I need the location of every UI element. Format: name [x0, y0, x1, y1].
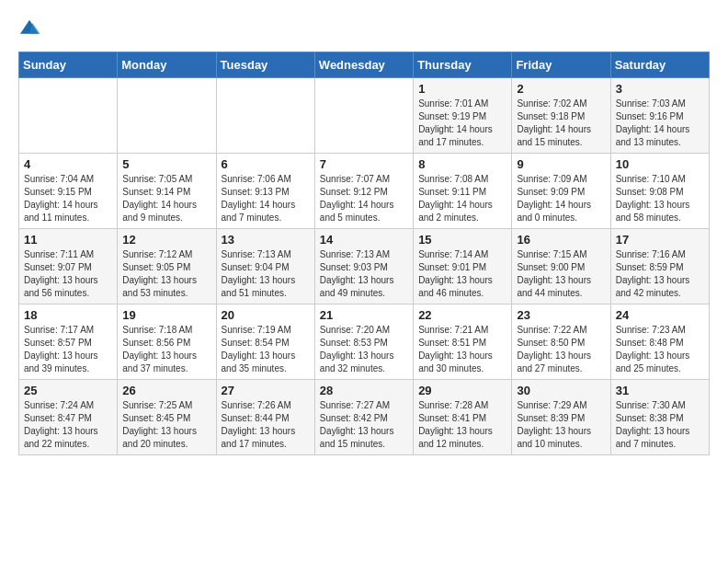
calendar-cell: 29 Sunrise: 7:28 AM Sunset: 8:41 PM Dayl… [414, 380, 512, 455]
day-number: 30 [517, 384, 605, 397]
day-number: 14 [320, 233, 408, 247]
day-info: Sunrise: 7:15 AM Sunset: 9:00 PM Dayligh… [517, 248, 605, 300]
day-info: Sunrise: 7:21 AM Sunset: 8:51 PM Dayligh… [418, 324, 506, 375]
day-info: Sunrise: 7:27 AM Sunset: 8:42 PM Dayligh… [320, 399, 408, 451]
calendar-cell: 7 Sunrise: 7:07 AM Sunset: 9:12 PM Dayli… [314, 154, 413, 229]
logo [18, 18, 44, 37]
calendar-cell: 26 Sunrise: 7:25 AM Sunset: 8:45 PM Dayl… [118, 380, 216, 455]
calendar-cell: 18 Sunrise: 7:17 AM Sunset: 8:57 PM Dayl… [19, 304, 118, 380]
day-info: Sunrise: 7:14 AM Sunset: 9:01 PM Dayligh… [418, 248, 506, 300]
day-info: Sunrise: 7:10 AM Sunset: 9:08 PM Dayligh… [616, 173, 704, 224]
day-number: 16 [517, 233, 605, 247]
day-info: Sunrise: 7:02 AM Sunset: 9:18 PM Dayligh… [517, 98, 605, 149]
day-info: Sunrise: 7:20 AM Sunset: 8:53 PM Dayligh… [320, 324, 408, 375]
day-number: 26 [122, 384, 210, 397]
day-info: Sunrise: 7:29 AM Sunset: 8:39 PM Dayligh… [517, 399, 605, 451]
day-info: Sunrise: 7:06 AM Sunset: 9:13 PM Dayligh… [222, 173, 310, 224]
day-number: 25 [24, 384, 112, 397]
logo-icon [18, 18, 40, 37]
day-info: Sunrise: 7:30 AM Sunset: 8:38 PM Dayligh… [616, 399, 704, 451]
calendar-cell: 30 Sunrise: 7:29 AM Sunset: 8:39 PM Dayl… [512, 380, 610, 455]
day-info: Sunrise: 7:25 AM Sunset: 8:45 PM Dayligh… [122, 399, 210, 451]
day-number: 9 [517, 157, 605, 171]
day-number: 7 [320, 157, 408, 171]
weekday-header-tuesday: Tuesday [216, 52, 314, 78]
day-info: Sunrise: 7:23 AM Sunset: 8:48 PM Dayligh… [616, 324, 704, 375]
day-info: Sunrise: 7:01 AM Sunset: 9:19 PM Dayligh… [418, 98, 506, 149]
page-header [18, 18, 710, 37]
day-info: Sunrise: 7:03 AM Sunset: 9:16 PM Dayligh… [616, 98, 704, 149]
calendar-cell: 10 Sunrise: 7:10 AM Sunset: 9:08 PM Dayl… [610, 154, 709, 229]
calendar-cell: 17 Sunrise: 7:16 AM Sunset: 8:59 PM Dayl… [610, 229, 709, 304]
calendar-cell [314, 78, 413, 154]
day-number: 5 [122, 157, 210, 171]
day-info: Sunrise: 7:22 AM Sunset: 8:50 PM Dayligh… [517, 324, 605, 375]
day-number: 19 [122, 308, 210, 322]
weekday-header-monday: Monday [118, 52, 216, 78]
calendar-cell: 21 Sunrise: 7:20 AM Sunset: 8:53 PM Dayl… [314, 304, 413, 380]
day-info: Sunrise: 7:16 AM Sunset: 8:59 PM Dayligh… [616, 248, 704, 300]
calendar-cell: 24 Sunrise: 7:23 AM Sunset: 8:48 PM Dayl… [610, 304, 709, 380]
day-number: 23 [517, 308, 605, 322]
weekday-header-wednesday: Wednesday [314, 52, 413, 78]
day-number: 15 [418, 233, 506, 247]
calendar-cell: 16 Sunrise: 7:15 AM Sunset: 9:00 PM Dayl… [512, 229, 610, 304]
day-info: Sunrise: 7:07 AM Sunset: 9:12 PM Dayligh… [320, 173, 408, 224]
calendar-cell: 8 Sunrise: 7:08 AM Sunset: 9:11 PM Dayli… [414, 154, 512, 229]
day-number: 3 [616, 82, 704, 96]
day-number: 8 [418, 157, 506, 171]
calendar-cell: 31 Sunrise: 7:30 AM Sunset: 8:38 PM Dayl… [610, 380, 709, 455]
day-info: Sunrise: 7:11 AM Sunset: 9:07 PM Dayligh… [24, 248, 112, 300]
calendar-cell: 2 Sunrise: 7:02 AM Sunset: 9:18 PM Dayli… [512, 78, 610, 154]
calendar-cell: 25 Sunrise: 7:24 AM Sunset: 8:47 PM Dayl… [19, 380, 118, 455]
weekday-header-saturday: Saturday [610, 52, 709, 78]
day-number: 31 [616, 384, 704, 397]
calendar-cell: 6 Sunrise: 7:06 AM Sunset: 9:13 PM Dayli… [216, 154, 314, 229]
day-number: 28 [320, 384, 408, 397]
weekday-header-sunday: Sunday [19, 52, 118, 78]
calendar-cell: 3 Sunrise: 7:03 AM Sunset: 9:16 PM Dayli… [610, 78, 709, 154]
day-number: 4 [24, 157, 112, 171]
day-info: Sunrise: 7:13 AM Sunset: 9:04 PM Dayligh… [222, 248, 310, 300]
calendar-cell: 28 Sunrise: 7:27 AM Sunset: 8:42 PM Dayl… [314, 380, 413, 455]
day-info: Sunrise: 7:26 AM Sunset: 8:44 PM Dayligh… [222, 399, 310, 451]
weekday-header-thursday: Thursday [414, 52, 512, 78]
day-number: 29 [418, 384, 506, 397]
day-number: 22 [418, 308, 506, 322]
calendar-cell: 12 Sunrise: 7:12 AM Sunset: 9:05 PM Dayl… [118, 229, 216, 304]
calendar-cell: 11 Sunrise: 7:11 AM Sunset: 9:07 PM Dayl… [19, 229, 118, 304]
calendar-cell: 5 Sunrise: 7:05 AM Sunset: 9:14 PM Dayli… [118, 154, 216, 229]
day-info: Sunrise: 7:09 AM Sunset: 9:09 PM Dayligh… [517, 173, 605, 224]
day-number: 2 [517, 82, 605, 96]
day-number: 17 [616, 233, 704, 247]
calendar-cell: 15 Sunrise: 7:14 AM Sunset: 9:01 PM Dayl… [414, 229, 512, 304]
calendar-cell: 19 Sunrise: 7:18 AM Sunset: 8:56 PM Dayl… [118, 304, 216, 380]
day-number: 18 [24, 308, 112, 322]
day-number: 12 [122, 233, 210, 247]
day-number: 20 [222, 308, 310, 322]
day-number: 24 [616, 308, 704, 322]
day-number: 11 [24, 233, 112, 247]
day-info: Sunrise: 7:12 AM Sunset: 9:05 PM Dayligh… [122, 248, 210, 300]
day-info: Sunrise: 7:08 AM Sunset: 9:11 PM Dayligh… [418, 173, 506, 224]
weekday-header-friday: Friday [512, 52, 610, 78]
day-info: Sunrise: 7:04 AM Sunset: 9:15 PM Dayligh… [24, 173, 112, 224]
calendar-cell [19, 78, 118, 154]
calendar-table: SundayMondayTuesdayWednesdayThursdayFrid… [18, 52, 710, 455]
calendar-cell: 13 Sunrise: 7:13 AM Sunset: 9:04 PM Dayl… [216, 229, 314, 304]
day-number: 10 [616, 157, 704, 171]
day-info: Sunrise: 7:24 AM Sunset: 8:47 PM Dayligh… [24, 399, 112, 451]
calendar-cell: 20 Sunrise: 7:19 AM Sunset: 8:54 PM Dayl… [216, 304, 314, 380]
calendar-cell: 4 Sunrise: 7:04 AM Sunset: 9:15 PM Dayli… [19, 154, 118, 229]
calendar-cell: 9 Sunrise: 7:09 AM Sunset: 9:09 PM Dayli… [512, 154, 610, 229]
day-number: 6 [222, 157, 310, 171]
calendar-cell: 14 Sunrise: 7:13 AM Sunset: 9:03 PM Dayl… [314, 229, 413, 304]
day-info: Sunrise: 7:28 AM Sunset: 8:41 PM Dayligh… [418, 399, 506, 451]
day-info: Sunrise: 7:18 AM Sunset: 8:56 PM Dayligh… [122, 324, 210, 375]
calendar-cell: 1 Sunrise: 7:01 AM Sunset: 9:19 PM Dayli… [414, 78, 512, 154]
day-number: 13 [222, 233, 310, 247]
day-number: 1 [418, 82, 506, 96]
calendar-cell [118, 78, 216, 154]
day-info: Sunrise: 7:05 AM Sunset: 9:14 PM Dayligh… [122, 173, 210, 224]
calendar-cell: 27 Sunrise: 7:26 AM Sunset: 8:44 PM Dayl… [216, 380, 314, 455]
